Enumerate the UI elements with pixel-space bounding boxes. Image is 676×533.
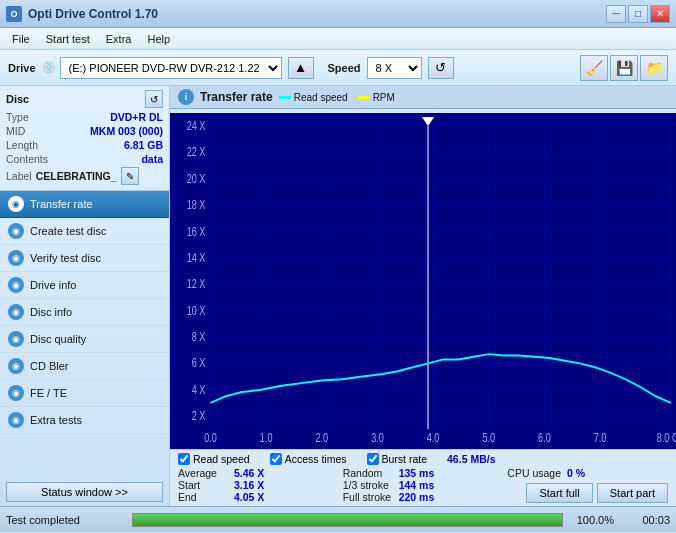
check-burst-rate[interactable] <box>367 453 379 465</box>
drive-bar: Drive 💿 (E:) PIONEER DVD-RW DVR-212 1.22… <box>0 50 676 86</box>
legend-rpm-color <box>358 96 370 99</box>
maximize-button[interactable]: □ <box>628 5 648 23</box>
disc-label-value: CELEBRATING_ <box>36 170 117 182</box>
status-time: 00:03 <box>620 514 670 526</box>
chart-container: 24 X 22 X 20 X 18 X 16 X 14 X 12 X 10 X … <box>170 109 676 449</box>
svg-text:6.0: 6.0 <box>538 431 551 444</box>
disc-title: Disc <box>6 93 29 105</box>
check-burst-label: Burst rate <box>382 453 428 465</box>
svg-text:12 X: 12 X <box>187 277 206 290</box>
nav-items: ◉ Transfer rate ◉ Create test disc ◉ Ver… <box>0 191 169 478</box>
chart-title: Transfer rate <box>200 90 273 104</box>
nav-extra-tests[interactable]: ◉ Extra tests <box>0 407 169 434</box>
start-value: 3.16 X <box>234 479 279 491</box>
svg-text:24 X: 24 X <box>187 119 206 132</box>
svg-text:4.0: 4.0 <box>427 431 440 444</box>
status-text: Test completed <box>6 514 126 526</box>
avg-label: Average <box>178 467 228 479</box>
nav-create-test-disc[interactable]: ◉ Create test disc <box>0 218 169 245</box>
legend-read-color <box>279 96 291 99</box>
disc-section: Disc ↺ Type DVD+R DL MID MKM 003 (000) L… <box>0 86 169 191</box>
nav-disc-info[interactable]: ◉ Disc info <box>0 299 169 326</box>
svg-text:8.0 GB: 8.0 GB <box>657 431 676 444</box>
disc-length-label: Length <box>6 139 38 151</box>
nav-cd-bler[interactable]: ◉ CD Bler <box>0 353 169 380</box>
svg-text:2 X: 2 X <box>192 409 206 422</box>
chart-header: i Transfer rate Read speed RPM <box>170 86 676 109</box>
menu-bar: File Start test Extra Help <box>0 28 676 50</box>
app-title: Opti Drive Control 1.70 <box>28 7 158 21</box>
drive-select[interactable]: (E:) PIONEER DVD-RW DVR-212 1.22 <box>60 57 282 79</box>
minimize-button[interactable]: ─ <box>606 5 626 23</box>
erase-button[interactable]: 🧹 <box>580 55 608 81</box>
full-stroke-label: Full stroke <box>343 491 393 503</box>
check-access-label: Access times <box>285 453 347 465</box>
svg-text:10 X: 10 X <box>187 303 206 316</box>
end-label: End <box>178 491 228 503</box>
stroke13-label: 1/3 stroke <box>343 479 393 491</box>
legend-read-label: Read speed <box>294 92 348 103</box>
disc-contents-label: Contents <box>6 153 48 165</box>
disc-type-label: Type <box>6 111 29 123</box>
disc-refresh-button[interactable]: ↺ <box>145 90 163 108</box>
svg-text:18 X: 18 X <box>187 198 206 211</box>
speed-select[interactable]: 8 X <box>367 57 422 79</box>
disc-label-label: Label <box>6 170 32 182</box>
nav-icon-fete: ◉ <box>8 385 24 401</box>
svg-text:22 X: 22 X <box>187 145 206 158</box>
avg-value: 5.46 X <box>234 467 279 479</box>
drive-eject-button[interactable]: ▲ <box>288 57 314 79</box>
nav-disc-quality[interactable]: ◉ Disc quality <box>0 326 169 353</box>
nav-drive-info[interactable]: ◉ Drive info <box>0 272 169 299</box>
check-read-speed[interactable] <box>178 453 190 465</box>
nav-icon-verify: ◉ <box>8 250 24 266</box>
menu-help[interactable]: Help <box>139 31 178 47</box>
stroke13-value: 144 ms <box>399 479 444 491</box>
cpu-value: 0 % <box>567 467 612 479</box>
svg-text:1.0: 1.0 <box>260 431 273 444</box>
check-read-label: Read speed <box>193 453 250 465</box>
svg-text:20 X: 20 X <box>187 172 206 185</box>
nav-transfer-rate[interactable]: ◉ Transfer rate <box>0 191 169 218</box>
stats-area: Read speed Access times Burst rate 46.5 … <box>170 449 676 506</box>
end-value: 4.05 X <box>234 491 279 503</box>
svg-text:8 X: 8 X <box>192 330 206 343</box>
menu-file[interactable]: File <box>4 31 38 47</box>
sidebar: Disc ↺ Type DVD+R DL MID MKM 003 (000) L… <box>0 86 170 506</box>
svg-text:6 X: 6 X <box>192 356 206 369</box>
check-access-times[interactable] <box>270 453 282 465</box>
progress-fill <box>133 514 562 526</box>
nav-icon-create: ◉ <box>8 223 24 239</box>
chart-svg: 24 X 22 X 20 X 18 X 16 X 14 X 12 X 10 X … <box>170 113 676 449</box>
nav-icon-drive: ◉ <box>8 277 24 293</box>
disc-mid-label: MID <box>6 125 25 137</box>
open-button[interactable]: 📁 <box>640 55 668 81</box>
cpu-label: CPU usage <box>507 467 561 479</box>
svg-text:16 X: 16 X <box>187 224 206 237</box>
speed-apply-button[interactable]: ↺ <box>428 57 454 79</box>
status-window-button[interactable]: Status window >> <box>6 482 163 502</box>
disc-mid-value: MKM 003 (000) <box>90 125 163 137</box>
speed-label: Speed <box>328 62 361 74</box>
menu-start-test[interactable]: Start test <box>38 31 98 47</box>
progress-bar <box>132 513 563 527</box>
save-button[interactable]: 💾 <box>610 55 638 81</box>
nav-verify-test-disc[interactable]: ◉ Verify test disc <box>0 245 169 272</box>
status-bar: Test completed 100.0% 00:03 <box>0 506 676 532</box>
svg-text:3.0: 3.0 <box>371 431 384 444</box>
burst-rate-value: 46.5 MB/s <box>447 453 495 465</box>
nav-icon-quality: ◉ <box>8 331 24 347</box>
svg-text:4 X: 4 X <box>192 382 206 395</box>
nav-fe-te[interactable]: ◉ FE / TE <box>0 380 169 407</box>
start-part-button[interactable]: Start part <box>597 483 668 503</box>
progress-pct: 100.0% <box>569 514 614 526</box>
close-button[interactable]: ✕ <box>650 5 670 23</box>
menu-extra[interactable]: Extra <box>98 31 140 47</box>
disc-label-edit-button[interactable]: ✎ <box>121 167 139 185</box>
app-icon: O <box>6 6 22 22</box>
start-label: Start <box>178 479 228 491</box>
nav-icon-disc: ◉ <box>8 304 24 320</box>
disc-contents-value: data <box>141 153 163 165</box>
start-full-button[interactable]: Start full <box>526 483 592 503</box>
full-stroke-value: 220 ms <box>399 491 444 503</box>
